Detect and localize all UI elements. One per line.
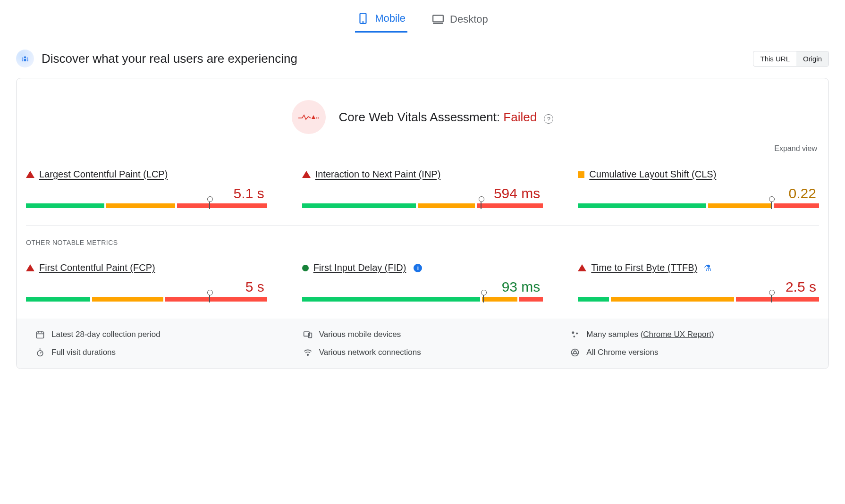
metric-inp: Interaction to Next Paint (INP) 594 ms	[302, 169, 543, 208]
metric-cls-bar	[578, 203, 819, 208]
footer-period: Latest 28-day collection period	[35, 330, 275, 339]
triangle-icon	[26, 264, 34, 271]
help-icon[interactable]: ?	[544, 114, 553, 124]
svg-rect-7	[24, 59, 26, 61]
marker-icon	[209, 200, 210, 209]
metric-lcp-value: 5.1 s	[26, 185, 264, 202]
metric-fid-bar	[302, 297, 543, 302]
metric-cls-value: 0.22	[578, 185, 816, 202]
metric-fid: First Input Delay (FID)i 93 ms	[302, 262, 543, 302]
metric-cls-link[interactable]: Cumulative Layout Shift (CLS)	[589, 169, 716, 180]
metric-cls: Cumulative Layout Shift (CLS) 0.22	[578, 169, 819, 208]
metric-fcp: First Contentful Paint (FCP) 5 s	[26, 262, 267, 302]
metric-lcp-bar	[26, 203, 267, 208]
svg-point-19	[572, 331, 575, 334]
svg-line-23	[40, 352, 42, 353]
svg-rect-2	[433, 15, 443, 22]
assessment-status: Failed	[503, 110, 537, 124]
metric-fcp-link[interactable]: First Contentful Paint (FCP)	[39, 262, 155, 273]
svg-point-6	[26, 58, 28, 59]
svg-point-5	[22, 58, 23, 59]
network-icon	[303, 348, 313, 357]
assessment-prefix: Core Web Vitals Assessment:	[339, 110, 504, 124]
metric-inp-bar	[302, 203, 543, 208]
triangle-icon	[302, 171, 311, 178]
assessment-row: Core Web Vitals Assessment: Failed ?	[22, 100, 823, 134]
tab-mobile[interactable]: Mobile	[355, 8, 407, 33]
svg-point-11	[317, 118, 318, 118]
stopwatch-icon	[35, 348, 45, 357]
metric-inp-value: 594 ms	[302, 185, 541, 202]
square-icon	[578, 171, 584, 178]
svg-rect-13	[37, 332, 44, 338]
chrome-icon	[570, 348, 580, 357]
other-metrics-label: OTHER NOTABLE METRICS	[26, 239, 823, 246]
metric-ttfb-bar	[578, 297, 819, 302]
svg-line-29	[572, 353, 574, 354]
data-source-footer: Latest 28-day collection period Various …	[17, 319, 828, 369]
footer-devices: Various mobile devices	[303, 330, 542, 339]
metric-lcp-link[interactable]: Largest Contentful Paint (LCP)	[39, 169, 168, 180]
device-tabs: Mobile Desktop	[16, 8, 829, 33]
mobile-icon	[357, 12, 369, 25]
users-icon	[16, 50, 34, 67]
marker-icon	[483, 293, 484, 302]
metric-ttfb-value: 2.5 s	[578, 279, 816, 295]
samples-icon	[570, 330, 580, 339]
marker-icon	[209, 293, 210, 302]
section-header: Discover what your real users are experi…	[16, 50, 829, 67]
metric-fcp-bar	[26, 297, 267, 302]
marker-icon	[771, 293, 772, 302]
devices-icon	[303, 330, 313, 339]
core-metrics-grid: Largest Contentful Paint (LCP) 5.1 s Int…	[22, 153, 823, 225]
metric-inp-link[interactable]: Interaction to Next Paint (INP)	[315, 169, 441, 180]
svg-rect-8	[22, 59, 23, 61]
flask-icon: ⚗	[704, 263, 711, 273]
svg-point-12	[316, 118, 317, 118]
triangle-icon	[26, 171, 34, 178]
svg-line-30	[576, 353, 578, 354]
metric-fcp-value: 5 s	[26, 279, 264, 295]
expand-view-link[interactable]: Expand view	[22, 144, 817, 153]
tab-desktop-label: Desktop	[450, 13, 488, 25]
footer-versions: All Chrome versions	[570, 348, 810, 357]
other-metrics-grid: First Contentful Paint (FCP) 5 s First I…	[22, 246, 823, 319]
assessment-text: Core Web Vitals Assessment: Failed ?	[339, 110, 554, 125]
footer-durations: Full visit durations	[35, 348, 275, 357]
status-badge-icon	[292, 100, 326, 134]
footer-samples: Many samples (Chrome UX Report)	[570, 330, 810, 339]
info-icon[interactable]: i	[414, 264, 422, 272]
metric-ttfb-link[interactable]: Time to First Byte (TTFB)	[591, 262, 697, 273]
svg-rect-9	[27, 59, 28, 61]
metric-fid-link[interactable]: First Input Delay (FID)	[313, 262, 406, 273]
svg-point-21	[574, 336, 575, 337]
toggle-origin[interactable]: Origin	[796, 51, 828, 66]
calendar-icon	[35, 330, 45, 339]
vitals-card: Core Web Vitals Assessment: Failed ? Exp…	[16, 78, 829, 369]
svg-point-20	[576, 333, 578, 335]
footer-network: Various network connections	[303, 348, 542, 357]
tab-desktop[interactable]: Desktop	[430, 8, 490, 33]
svg-point-25	[307, 354, 308, 356]
marker-icon	[481, 200, 482, 209]
metric-fid-value: 93 ms	[302, 279, 541, 295]
toggle-this-url[interactable]: This URL	[753, 51, 796, 66]
desktop-icon	[432, 13, 444, 25]
metric-lcp: Largest Contentful Paint (LCP) 5.1 s	[26, 169, 267, 208]
svg-marker-10	[312, 115, 315, 119]
triangle-icon	[578, 264, 586, 271]
tab-mobile-label: Mobile	[375, 12, 406, 25]
scope-toggle: This URL Origin	[753, 51, 829, 67]
metric-ttfb: Time to First Byte (TTFB)⚗ 2.5 s	[578, 262, 819, 302]
svg-point-4	[24, 56, 26, 58]
page-title: Discover what your real users are experi…	[42, 51, 297, 66]
crux-report-link[interactable]: Chrome UX Report	[643, 330, 711, 339]
divider	[26, 225, 819, 226]
circle-icon	[302, 265, 309, 271]
marker-icon	[771, 200, 772, 209]
